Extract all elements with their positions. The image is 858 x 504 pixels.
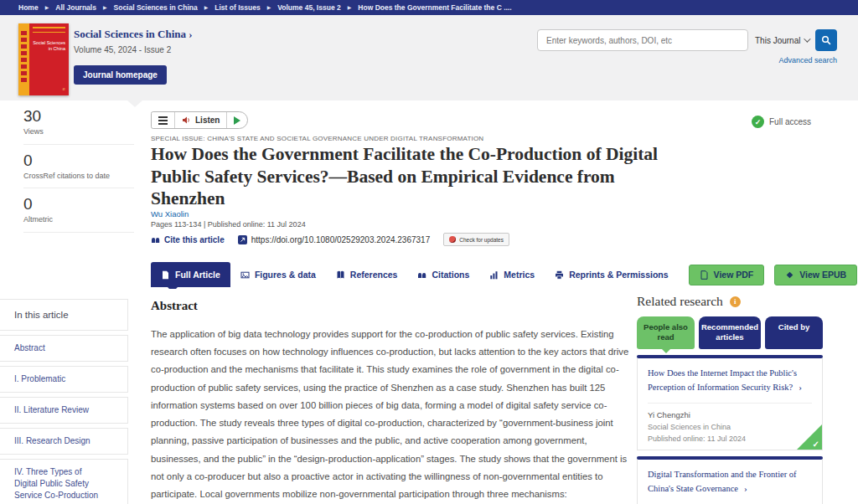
related-tabs: People also read Recommended articles Ci… [637,316,823,349]
cover-publisher-mark: ≋ [29,87,65,91]
journal-cover-front: Social Sciences in China ≋ [29,23,69,95]
in-this-article-header: In this article [0,299,128,331]
tab-label: Reprints & Permissions [569,270,668,280]
metric-label: Altmetric [23,215,134,225]
divider [23,144,134,145]
tab-full-article[interactable]: Full Article [151,262,230,287]
breadcrumb-journal[interactable]: Social Sciences in China [114,3,198,12]
metric-value: 0 [23,195,134,213]
full-access-badge: ✓ Full access [752,116,811,128]
cover-decoration-bars [33,27,65,33]
crossmark-icon [449,236,456,243]
metric-views: 30 Views [23,107,134,137]
listen-play-button[interactable] [226,112,247,128]
search-input[interactable] [537,29,748,51]
breadcrumb-volume-issue[interactable]: Volume 45, Issue 2 [277,3,340,12]
search-area: This Journal Advanced search [537,29,837,64]
cite-article-label: Cite this article [164,235,225,244]
related-article-card: Digital Transformation and the Frontier … [637,460,823,504]
related-research-panel: Related research i People also read Reco… [637,294,823,504]
toc-item-problematic[interactable]: I. Problematic [0,366,128,393]
tab-citations[interactable]: Citations [407,262,479,287]
related-article-published: Published online: 11 Jul 2024 [648,435,812,443]
breadcrumb-all-journals[interactable]: All Journals [55,3,96,12]
tab-references[interactable]: References [326,262,408,287]
page-root: Home ▶ All Journals ▶ Social Sciences in… [0,0,858,504]
article-header: 30 Views 0 CrossRef citations to date 0 … [0,100,858,289]
author-link[interactable]: Wu Xiaolin [151,209,189,219]
related-research-heading: Related research i [637,294,823,309]
divider [648,403,812,404]
toc-item-literature-review[interactable]: II. Literature Review [0,397,128,424]
related-article-link[interactable]: Digital Transformation and the Frontier … [648,468,812,496]
cover-title-text: Social Sciences in China [29,40,69,53]
breadcrumb-separator-icon: ▶ [267,5,271,10]
tab-label: Figures & data [255,270,316,280]
metric-value: 30 [23,107,134,126]
speaker-icon [182,116,191,125]
search-button[interactable] [815,29,837,51]
breadcrumb-home[interactable]: Home [18,3,39,12]
advanced-search-link[interactable]: Advanced search [537,56,837,64]
quote-icon [417,271,426,279]
toc-item-research-design[interactable]: III. Research Design [0,428,128,455]
full-access-label: Full access [769,117,811,126]
listen-button[interactable]: Listen [174,112,226,128]
journal-title-arrow-icon: › [189,28,192,40]
doi-text: https://doi.org/10.1080/02529203.2024.23… [251,235,431,244]
abstract-heading: Abstract [151,299,630,313]
journal-title-link[interactable]: Social Sciences in China › [74,28,193,40]
related-article-link[interactable]: How Does the Internet Impact the Public'… [648,367,812,395]
cite-article-link[interactable]: Cite this article [151,235,225,244]
breadcrumb-list-of-issues[interactable]: List of Issues [214,3,260,12]
tab-recommended-articles[interactable]: Recommended articles [699,316,761,349]
chevron-down-icon [804,35,810,42]
document-icon [161,270,170,280]
metric-altmetric: 0 Altmetric [23,195,134,225]
pdf-document-icon [700,270,709,280]
listen-menu-button[interactable] [152,112,174,128]
article-tabs: Full Article Figures & data References [151,262,857,287]
tab-label: Cited by [778,322,809,332]
search-scope-select[interactable]: This Journal [748,29,815,51]
view-epub-button[interactable]: View EPUB [774,265,857,285]
journal-homepage-button[interactable]: Journal homepage [74,65,167,85]
journal-header: Social Sciences in China ≋ Social Scienc… [0,15,858,100]
metric-crossref: 0 CrossRef citations to date [23,152,134,182]
breadcrumb-separator-icon: ▶ [204,5,209,10]
tab-figures-data[interactable]: Figures & data [230,262,326,287]
metric-value: 0 [23,152,134,170]
toc-item-three-types[interactable]: IV. Three Types of Digital Public Safety… [0,459,128,504]
content-area: In this article Abstract I. Problematic … [0,289,858,504]
related-research-title: Related research [637,294,723,309]
abstract-section: Abstract The application of big data tec… [151,299,630,504]
search-scope-value: This Journal [755,36,800,45]
bar-chart-icon [489,270,499,280]
breadcrumb-separator-icon: ▶ [348,5,352,10]
view-pdf-button[interactable]: View PDF [689,265,765,285]
listen-toolbar[interactable]: Listen [151,111,248,129]
breadcrumb-separator-icon: ▶ [103,5,107,10]
tab-reprints-permissions[interactable]: Reprints & Permissions [545,262,678,287]
special-issue-link[interactable]: SPECIAL ISSUE: CHINA'S STATE AND SOCIETA… [151,135,483,142]
doi-link[interactable]: https://doi.org/10.1080/02529203.2024.23… [238,235,431,244]
play-icon [234,116,240,125]
toc-item-abstract[interactable]: Abstract [0,335,128,362]
abstract-text: The application of big data technology p… [151,326,630,504]
check-circle-icon: ✓ [752,116,764,128]
tab-cited-by[interactable]: Cited by [765,316,823,349]
tab-label: Citations [432,270,469,280]
search-icon [821,35,831,45]
related-article-card: How Does the Internet Impact the Public'… [637,358,823,451]
issue-link[interactable]: Volume 45, 2024 - Issue 2 [74,45,193,54]
tab-label: References [350,270,398,280]
info-icon[interactable]: i [730,296,741,307]
article-metrics: 30 Views 0 CrossRef citations to date 0 … [23,107,134,239]
journal-cover-thumbnail[interactable]: Social Sciences in China ≋ [18,23,69,95]
related-article-title: How Does the Internet Impact the Public'… [648,368,797,392]
tab-metrics[interactable]: Metrics [479,262,545,287]
tab-label: People also read [644,322,688,342]
check-for-updates-badge[interactable]: Check for updates [443,233,509,246]
active-tab-notch [662,349,670,353]
tab-people-also-read[interactable]: People also read [637,316,695,349]
